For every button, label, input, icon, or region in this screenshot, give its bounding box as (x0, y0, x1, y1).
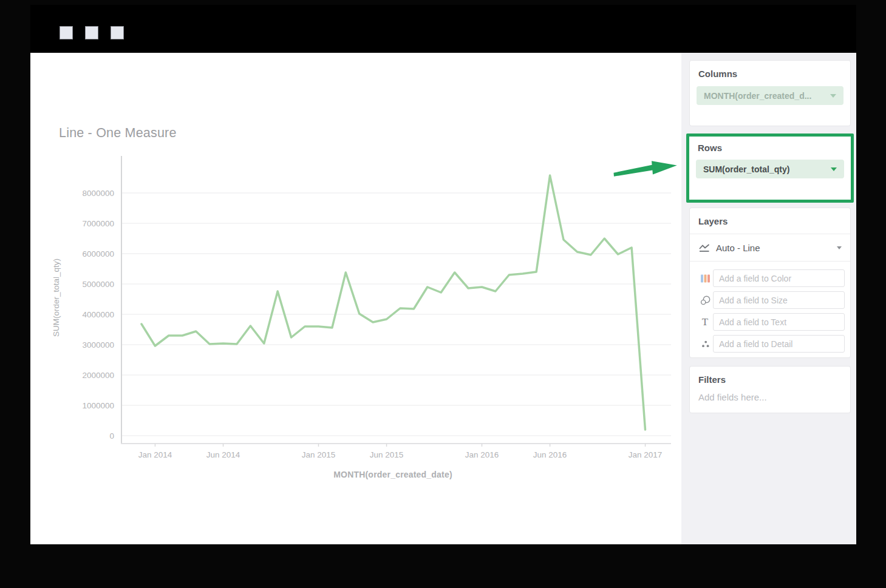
columns-pill-label: MONTH(order_created_d... (704, 91, 811, 101)
size-circles-icon (697, 296, 713, 305)
svg-text:2000000: 2000000 (82, 371, 114, 380)
svg-text:3000000: 3000000 (82, 340, 114, 350)
workspace: Line - One Measure SUM(order_total_qty) … (30, 53, 856, 544)
columns-shelf: Columns MONTH(order_created_d... (690, 61, 850, 126)
window-control-square-3-icon[interactable] (111, 26, 124, 39)
chevron-down-icon[interactable] (837, 246, 842, 249)
layers-section: Layers Auto - Line (690, 208, 850, 357)
x-axis-title: MONTH(order_created_date) (271, 470, 514, 479)
rows-highlight-box: Rows SUM(order_total_qty) (686, 133, 854, 203)
chart-area: Line - One Measure SUM(order_total_qty) … (30, 53, 681, 544)
rows-pill-label: SUM(order_total_qty) (703, 164, 789, 174)
svg-text:7000000: 7000000 (82, 219, 114, 228)
filters-section: Filters Add fields here... (690, 367, 850, 413)
window-control-square-1-icon[interactable] (60, 26, 73, 39)
line-mark-icon (698, 243, 711, 252)
properties-panel: Columns MONTH(order_created_d... Rows SU… (681, 53, 856, 544)
add-field-to-detail-input[interactable] (713, 335, 845, 353)
window-titlebar (30, 5, 856, 53)
svg-text:8000000: 8000000 (82, 189, 114, 198)
mark-type-label: Auto - Line (716, 243, 837, 253)
encoding-fields: T (690, 262, 850, 353)
columns-header: Columns (690, 61, 850, 79)
color-bars-icon (697, 274, 713, 283)
svg-text:1000000: 1000000 (82, 401, 114, 410)
add-field-to-color-input[interactable] (713, 269, 845, 287)
svg-text:6000000: 6000000 (82, 249, 114, 259)
app-window: Line - One Measure SUM(order_total_qty) … (30, 5, 856, 544)
svg-text:5000000: 5000000 (82, 280, 114, 289)
detail-field-row (697, 335, 845, 353)
svg-text:Jun 2015: Jun 2015 (370, 450, 404, 459)
filters-header: Filters (690, 367, 850, 385)
text-field-row: T (697, 313, 845, 331)
svg-text:Jan 2014: Jan 2014 (138, 450, 172, 459)
text-t-icon: T (697, 317, 713, 327)
detail-dots-icon (697, 340, 713, 348)
chevron-down-icon[interactable] (830, 94, 836, 98)
color-field-row (697, 269, 845, 287)
svg-text:4000000: 4000000 (82, 310, 114, 319)
size-field-row (697, 291, 845, 309)
columns-field-pill[interactable]: MONTH(order_created_d... (697, 86, 843, 105)
svg-text:Jun 2016: Jun 2016 (533, 450, 567, 459)
rows-header: Rows (689, 137, 851, 153)
svg-text:Jan 2017: Jan 2017 (629, 450, 663, 459)
svg-text:Jan 2015: Jan 2015 (302, 450, 336, 459)
rows-field-pill[interactable]: SUM(order_total_qty) (696, 160, 844, 178)
add-field-to-size-input[interactable] (713, 291, 845, 309)
svg-text:0: 0 (109, 431, 114, 441)
window-control-square-2-icon[interactable] (85, 26, 98, 39)
svg-text:Jan 2016: Jan 2016 (465, 450, 499, 459)
filters-drop-target[interactable]: Add fields here... (690, 385, 850, 402)
mark-type-selector[interactable]: Auto - Line (690, 234, 850, 261)
layers-header: Layers (690, 208, 850, 226)
add-field-to-text-input[interactable] (713, 313, 845, 331)
svg-text:Jun 2014: Jun 2014 (206, 450, 240, 459)
chevron-down-icon[interactable] (831, 167, 837, 171)
